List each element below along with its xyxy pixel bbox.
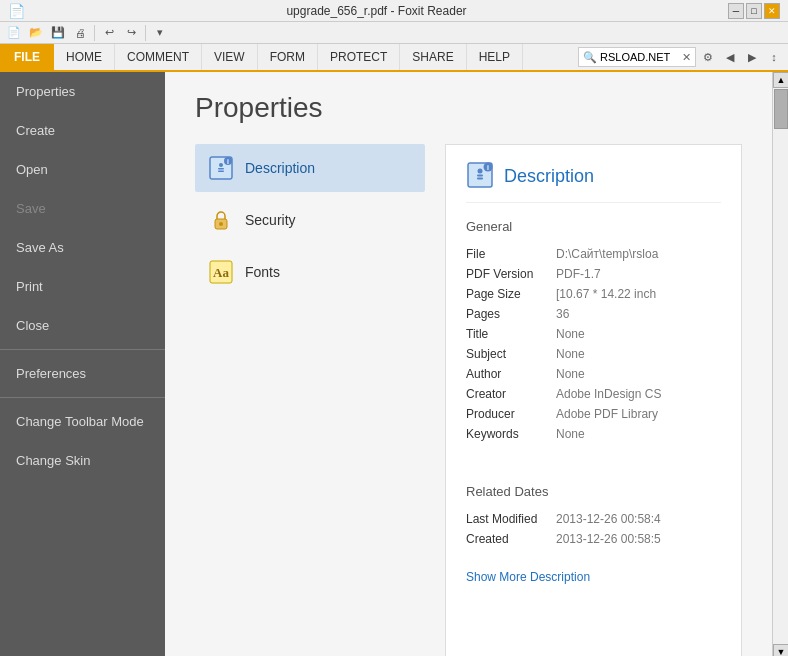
- details-title: Description: [504, 166, 594, 187]
- svg-rect-13: [477, 178, 483, 180]
- close-button[interactable]: ✕: [764, 3, 780, 19]
- properties-layout: i Description Security: [195, 144, 742, 656]
- prop-key: PDF Version: [466, 264, 556, 284]
- search-clear-button[interactable]: ✕: [682, 51, 691, 64]
- scroll-down-button[interactable]: ▼: [773, 644, 788, 656]
- tab-help[interactable]: HELP: [467, 44, 523, 70]
- scroll-up-button[interactable]: ▲: [773, 72, 788, 88]
- table-row: Creator Adobe InDesign CS: [466, 384, 721, 404]
- category-label-fonts: Fonts: [245, 264, 280, 280]
- ribbon-tabs: FILE HOME COMMENT VIEW FORM PROTECT SHAR…: [0, 44, 788, 72]
- sidebar-item-print[interactable]: Print: [0, 267, 165, 306]
- table-row: Page Size [10.67 * 14.22 inch: [466, 284, 721, 304]
- qa-redo-button[interactable]: ↪: [121, 24, 141, 42]
- nav-next-button[interactable]: ▶: [742, 47, 762, 67]
- category-label-security: Security: [245, 212, 296, 228]
- tab-view[interactable]: VIEW: [202, 44, 258, 70]
- prop-key: Page Size: [466, 284, 556, 304]
- scroll-thumb[interactable]: [774, 89, 788, 129]
- prop-value: D:\Сайт\temp\rsloa: [556, 244, 721, 264]
- category-list: i Description Security: [195, 144, 425, 656]
- tab-comment[interactable]: COMMENT: [115, 44, 202, 70]
- svg-text:i: i: [227, 158, 229, 165]
- toolbar-divider: [94, 25, 95, 41]
- svg-rect-12: [477, 175, 483, 177]
- sidebar-item-close[interactable]: Close: [0, 306, 165, 345]
- prop-key: File: [466, 244, 556, 264]
- prop-key: Subject: [466, 344, 556, 364]
- prop-value: Adobe PDF Library: [556, 404, 721, 424]
- security-icon: [207, 206, 235, 234]
- table-row: Created 2013-12-26 00:58:5: [466, 529, 721, 549]
- table-row: Last Modified 2013-12-26 00:58:4: [466, 509, 721, 529]
- restore-button[interactable]: □: [746, 3, 762, 19]
- svg-point-7: [219, 222, 223, 226]
- sidebar-divider: [0, 349, 165, 350]
- search-box: 🔍 ✕: [578, 47, 696, 67]
- tab-home[interactable]: HOME: [54, 44, 115, 70]
- qa-save-button[interactable]: 💾: [48, 24, 68, 42]
- prop-key: Pages: [466, 304, 556, 324]
- tab-protect[interactable]: PROTECT: [318, 44, 400, 70]
- qa-customize-button[interactable]: ▾: [150, 24, 170, 42]
- sidebar-item-save: Save: [0, 189, 165, 228]
- prop-value: None: [556, 324, 721, 344]
- prop-value: None: [556, 424, 721, 444]
- search-area: 🔍 ✕ ⚙ ◀ ▶ ↕: [574, 44, 788, 70]
- table-row: Producer Adobe PDF Library: [466, 404, 721, 424]
- qa-undo-button[interactable]: ↩: [99, 24, 119, 42]
- sidebar-item-properties[interactable]: Properties: [0, 72, 165, 111]
- show-more-description-link[interactable]: Show More Description: [466, 570, 590, 584]
- quick-access-toolbar: 📄 📂 💾 🖨 ↩ ↪ ▾: [0, 22, 788, 44]
- category-item-fonts[interactable]: Aa Fonts: [195, 248, 425, 296]
- category-item-description[interactable]: i Description: [195, 144, 425, 192]
- scroll-track[interactable]: [773, 88, 788, 644]
- tab-form[interactable]: FORM: [258, 44, 318, 70]
- details-panel: i Description General File D:\Сайт\temp\…: [445, 144, 742, 656]
- category-item-security[interactable]: Security: [195, 196, 425, 244]
- sidebar-item-saveas[interactable]: Save As: [0, 228, 165, 267]
- prop-key: Title: [466, 324, 556, 344]
- search-icon: 🔍: [583, 51, 597, 64]
- table-row: Pages 36: [466, 304, 721, 324]
- table-row: PDF Version PDF-1.7: [466, 264, 721, 284]
- fonts-icon: Aa: [207, 258, 235, 286]
- tab-file[interactable]: FILE: [0, 44, 54, 70]
- search-input[interactable]: [600, 51, 680, 63]
- sidebar-item-open[interactable]: Open: [0, 150, 165, 189]
- prop-value: Adobe InDesign CS: [556, 384, 721, 404]
- svg-point-1: [219, 163, 223, 167]
- description-icon: i: [207, 154, 235, 182]
- tab-icon-group: ⚙ ◀ ▶ ↕: [698, 47, 784, 67]
- details-header: i Description: [466, 161, 721, 203]
- prop-value: PDF-1.7: [556, 264, 721, 284]
- settings-icon-button[interactable]: ⚙: [698, 47, 718, 67]
- vertical-scrollbar: ▲ ▼: [772, 72, 788, 656]
- dates-table: Last Modified 2013-12-26 00:58:4 Created…: [466, 509, 721, 549]
- sidebar-item-change-toolbar[interactable]: Change Toolbar Mode: [0, 402, 165, 441]
- qa-print-button[interactable]: 🖨: [70, 24, 90, 42]
- window-title: upgrade_656_r.pdf - Foxit Reader: [25, 4, 728, 18]
- spacer: [466, 464, 721, 484]
- sidebar-item-change-skin[interactable]: Change Skin: [0, 441, 165, 480]
- prop-key: Keywords: [466, 424, 556, 444]
- qa-open-button[interactable]: 📂: [26, 24, 46, 42]
- general-section-label: General: [466, 219, 721, 234]
- tab-share[interactable]: SHARE: [400, 44, 466, 70]
- sidebar-divider2: [0, 397, 165, 398]
- sidebar-item-preferences[interactable]: Preferences: [0, 354, 165, 393]
- sidebar-item-create[interactable]: Create: [0, 111, 165, 150]
- toolbar-divider2: [145, 25, 146, 41]
- prop-key: Author: [466, 364, 556, 384]
- expand-button[interactable]: ↕: [764, 47, 784, 67]
- qa-new-button[interactable]: 📄: [4, 24, 24, 42]
- prop-value: 36: [556, 304, 721, 324]
- minimize-button[interactable]: ─: [728, 3, 744, 19]
- content-area: Properties i Description: [165, 72, 772, 656]
- nav-prev-button[interactable]: ◀: [720, 47, 740, 67]
- prop-key: Producer: [466, 404, 556, 424]
- date-key: Created: [466, 529, 556, 549]
- category-label-description: Description: [245, 160, 315, 176]
- title-bar: 📄 upgrade_656_r.pdf - Foxit Reader ─ □ ✕: [0, 0, 788, 22]
- table-row: Keywords None: [466, 424, 721, 444]
